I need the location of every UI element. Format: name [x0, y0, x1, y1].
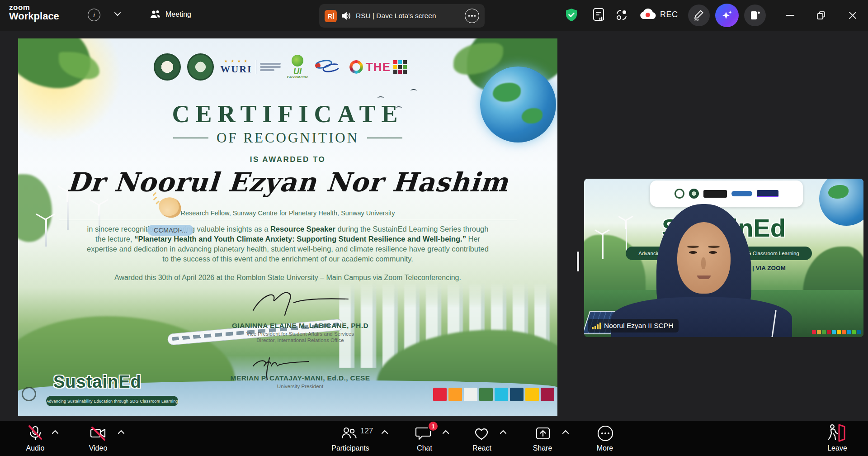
partner-logos-row: ★ ★ ★ ★WURI UI GreenMetric THE	[154, 48, 407, 86]
divider-line	[59, 220, 517, 220]
tab-meeting[interactable]: Meeting	[165, 10, 191, 19]
certificate-body: in sincere recognition for sharing valua…	[85, 224, 490, 264]
microphone-muted-icon[interactable]	[26, 424, 44, 442]
chat-caret-icon[interactable]	[442, 430, 449, 434]
bird-decor	[377, 96, 384, 100]
sdg-icons-row	[433, 388, 554, 401]
side-panel-button[interactable]	[744, 5, 766, 26]
meeting-people-icon	[149, 9, 162, 20]
participants-icon[interactable]	[340, 424, 358, 442]
signatory-name: GIANINNA ELAINE M. LABICANE, PH.D	[192, 322, 409, 330]
share-screen-icon[interactable]	[534, 424, 552, 442]
audio-options-caret-icon[interactable]	[52, 430, 59, 434]
the-rankings-logo: THE	[349, 60, 407, 74]
logo-workplace-text: Workplace	[9, 11, 59, 21]
participants-count: 127	[360, 427, 373, 436]
corner-emblem-icon	[22, 387, 36, 401]
leave-button[interactable]: Leave	[815, 444, 860, 452]
signatory-title: Director, International Relations Office	[192, 337, 409, 343]
leave-meeting-icon[interactable]	[826, 423, 846, 443]
awarded-to-label: IS AWARDED TO	[18, 155, 557, 164]
zoom-workplace-logo: zoom Workplace	[9, 4, 59, 22]
chat-unread-badge: 1	[428, 421, 439, 432]
person-face	[677, 222, 731, 294]
certificate-subtitle: OF RECOGNITION	[18, 130, 557, 146]
via-zoom-text: | VIA ZOOM	[752, 265, 786, 271]
chevron-down-icon[interactable]	[114, 12, 121, 16]
partner-logo-icon	[757, 190, 778, 197]
tab-shared-screen[interactable]: R RSU | Dave Lota's screen	[319, 4, 485, 28]
share-caret-icon[interactable]	[562, 430, 569, 434]
react-caret-icon[interactable]	[500, 430, 507, 434]
recipient-role: Research Fellow, Sunway Centre for Plane…	[18, 209, 557, 217]
participant-person	[652, 179, 756, 337]
video-off-icon[interactable]	[89, 424, 108, 442]
sustained-tagline: Advancing Sustainability Education throu…	[46, 396, 178, 406]
university-seal-icon	[154, 53, 181, 81]
annotate-pencil-button[interactable]	[688, 5, 710, 26]
shared-app-badge: R	[325, 10, 337, 22]
security-shield-icon[interactable]	[565, 8, 578, 22]
panel-resize-handle[interactable]	[577, 252, 579, 271]
share-button[interactable]: Share	[520, 444, 565, 452]
sdg-mini-icons-row	[812, 330, 861, 334]
awarded-date-line: Awarded this 30th of April 2026 at the R…	[18, 274, 557, 282]
meeting-toolbar: Audio Video 127 Participants 1 Chat Reac…	[0, 421, 868, 456]
shared-screen-title: RSU | Dave Lota's screen	[356, 12, 460, 20]
speaker-icon	[341, 11, 351, 20]
tab-more-options-icon[interactable]	[465, 9, 479, 23]
recipient-name: Dr Noorul Ezyan Nor Hashim	[18, 167, 557, 198]
minimize-button[interactable]	[784, 9, 797, 22]
more-options-icon[interactable]	[596, 424, 614, 442]
wind-turbine-decor	[45, 219, 47, 247]
participant-name-label: Noorul Ezyan II SCPH	[588, 319, 679, 332]
react-heart-icon[interactable]	[472, 424, 491, 442]
reaction-sender-label: CCMADI-...	[147, 225, 193, 236]
react-button[interactable]: React	[459, 444, 505, 452]
recording-indicator[interactable]: REC	[639, 8, 678, 21]
participants-caret-icon[interactable]	[381, 430, 388, 434]
zoom-workplace-window: zoom Workplace i Meeting R RSU | Dave Lo…	[0, 0, 868, 456]
titlebar: zoom Workplace i Meeting R RSU | Dave Lo…	[0, 0, 868, 31]
ai-companion-button[interactable]	[715, 4, 739, 27]
restore-window-button[interactable]	[815, 9, 827, 22]
captions-transcript-icon[interactable]	[591, 7, 606, 23]
chat-button[interactable]: Chat	[402, 444, 447, 452]
shared-screen-stage: ★ ★ ★ ★WURI UI GreenMetric THE CERTIFICA…	[0, 31, 868, 421]
certificate-title: CERTIFICATE	[18, 100, 557, 128]
signatory-title: University President	[192, 384, 409, 389]
connection-signal-icon	[592, 323, 601, 329]
sustained-logo: SustainEd	[53, 372, 142, 392]
signature-stroke	[244, 290, 357, 318]
video-button[interactable]: Video	[75, 444, 121, 452]
audio-button[interactable]: Audio	[17, 444, 53, 452]
wuri-logo: ★ ★ ★ ★WURI	[220, 59, 280, 75]
signatory-title: Vice President for Student Affairs and S…	[192, 331, 409, 337]
apps-icon[interactable]	[615, 8, 628, 22]
meeting-info-icon[interactable]: i	[88, 9, 100, 21]
shared-certificate-image: ★ ★ ★ ★WURI UI GreenMetric THE CERTIFICA…	[18, 38, 557, 416]
signatory-name: MERIAN P. CATAJAY-MANI, Ed.D., CESE	[192, 374, 409, 382]
close-button[interactable]	[846, 9, 859, 22]
participant-name: Noorul Ezyan II SCPH	[604, 322, 673, 330]
video-options-caret-icon[interactable]	[118, 430, 125, 434]
participants-button[interactable]: Participants	[319, 444, 382, 452]
more-button[interactable]: More	[582, 444, 627, 452]
bird-decor	[410, 89, 417, 92]
participant-video-tile[interactable]: SustainEd Advancing Sustainability Educa…	[584, 179, 863, 337]
swoosh-logo	[314, 60, 343, 74]
cloud-recording-icon	[639, 8, 656, 21]
greenmetric-logo: UI GreenMetric	[287, 55, 308, 79]
rec-label: REC	[660, 10, 678, 19]
university-seal-icon	[187, 53, 214, 81]
